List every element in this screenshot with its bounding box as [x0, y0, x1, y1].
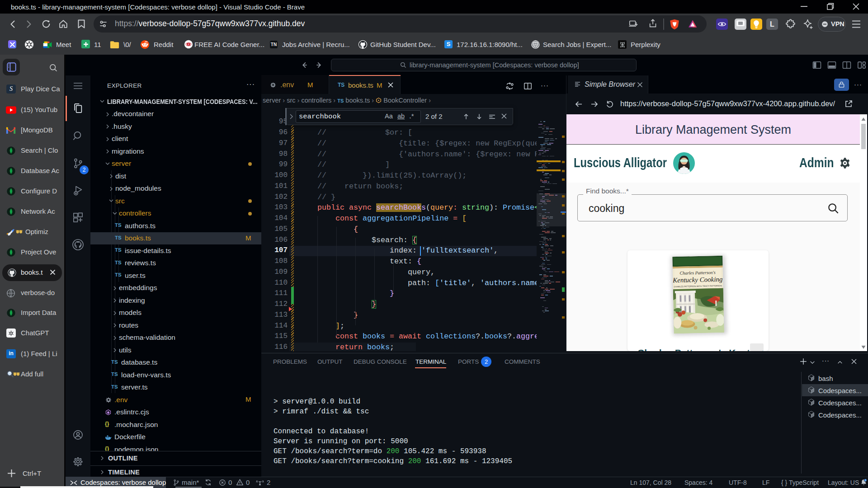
svg-text:Charles Patterson's: Charles Patterson's — [679, 270, 715, 276]
svg-text:Kentucky Cooking: Kentucky Cooking — [672, 276, 723, 284]
